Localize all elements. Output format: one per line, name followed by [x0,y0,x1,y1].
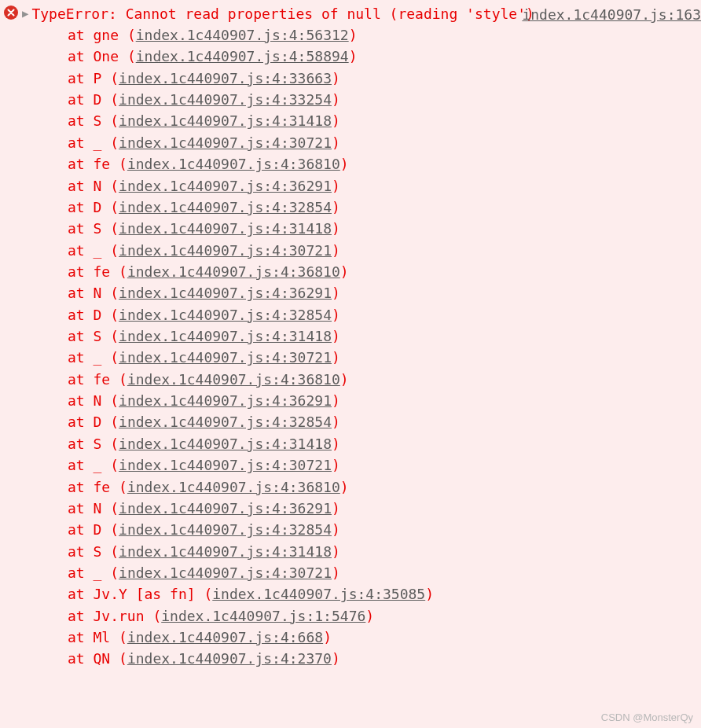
error-source-link[interactable]: index.1c440907.js:163 [522,6,701,23]
stack-source-link[interactable]: index.1c440907.js:4:32854 [119,521,332,538]
close-paren: ) [332,349,340,366]
stack-function-name: Jv.run [94,608,153,624]
stack-frame: at fe (index.1c440907.js:4:36810) [68,153,701,175]
stack-at-label: at [68,543,94,560]
stack-frame: at QN (index.1c440907.js:4:2370) [68,648,701,669]
error-message: TypeError: Cannot read properties of nul… [31,6,534,22]
open-paren: ( [110,242,119,259]
error-header: ▶ TypeError: Cannot read properties of n… [3,3,701,24]
stack-frame: at S (index.1c440907.js:4:31418) [68,433,701,454]
close-paren: ) [340,156,349,172]
close-paren: ) [332,392,340,409]
stack-source-link[interactable]: index.1c440907.js:4:30721 [119,349,332,366]
stack-frame: at D (index.1c440907.js:4:32854) [68,304,701,325]
open-paren: ( [110,392,119,409]
stack-at-label: at [68,436,94,452]
error-icon [3,5,19,20]
stack-source-link[interactable]: index.1c440907.js:4:32854 [119,307,332,323]
stack-at-label: at [68,307,94,323]
stack-source-link[interactable]: index.1c440907.js:4:33663 [119,70,332,86]
stack-at-label: at [68,586,94,602]
stack-source-link[interactable]: index.1c440907.js:4:33254 [119,91,332,108]
stack-frame: at N (index.1c440907.js:4:36291) [68,175,701,197]
open-paren: ( [110,307,119,323]
stack-source-link[interactable]: index.1c440907.js:4:36291 [119,285,332,301]
stack-source-link[interactable]: index.1c440907.js:4:31418 [119,112,332,129]
close-paren: ) [332,178,340,194]
stack-source-link[interactable]: index.1c440907.js:4:31418 [119,543,332,560]
open-paren: ( [110,178,119,194]
stack-frame: at Ml (index.1c440907.js:4:668) [68,627,701,648]
stack-function-name: N [94,178,111,194]
open-paren: ( [110,436,119,452]
stack-source-link[interactable]: index.1c440907.js:4:35085 [212,586,425,602]
stack-at-label: at [68,70,94,86]
stack-frame: at _ (index.1c440907.js:4:30721) [68,240,701,261]
close-paren: ) [332,91,340,108]
stack-source-link[interactable]: index.1c440907.js:4:30721 [119,564,332,581]
stack-source-link[interactable]: index.1c440907.js:4:30721 [119,134,332,151]
stack-source-link[interactable]: index.1c440907.js:4:31418 [119,436,332,452]
open-paren: ( [110,285,119,301]
close-paren: ) [323,629,332,645]
stack-source-link[interactable]: index.1c440907.js:4:36810 [127,156,340,172]
stack-function-name: gne [94,27,127,43]
stack-at-label: at [68,199,94,215]
stack-frame: at One (index.1c440907.js:4:58894) [68,46,701,67]
stack-source-link[interactable]: index.1c440907.js:4:36291 [119,392,332,409]
stack-at-label: at [68,285,94,301]
close-paren: ) [332,328,340,344]
stack-function-name: _ [94,134,111,151]
stack-source-link[interactable]: index.1c440907.js:4:31418 [119,328,332,344]
stack-at-label: at [68,392,94,409]
expand-triangle-icon[interactable]: ▶ [22,7,28,20]
close-paren: ) [332,307,340,323]
stack-function-name: S [94,112,111,129]
stack-at-label: at [68,242,94,259]
stack-function-name: S [94,543,111,560]
stack-source-link[interactable]: index.1c440907.js:1:5476 [161,608,365,624]
stack-source-link[interactable]: index.1c440907.js:4:36291 [119,178,332,194]
stack-frame: at Jv.run (index.1c440907.js:1:5476) [68,605,701,627]
close-paren: ) [332,285,340,301]
stack-function-name: D [94,91,111,108]
stack-at-label: at [68,27,94,43]
stack-source-link[interactable]: index.1c440907.js:4:58894 [136,48,349,64]
stack-at-label: at [68,48,94,64]
stack-function-name: P [94,70,111,86]
stack-frame: at fe (index.1c440907.js:4:36810) [68,261,701,282]
stack-source-link[interactable]: index.1c440907.js:4:668 [127,629,323,645]
stack-source-link[interactable]: index.1c440907.js:4:2370 [127,650,332,667]
stack-source-link[interactable]: index.1c440907.js:4:32854 [119,199,332,215]
stack-source-link[interactable]: index.1c440907.js:4:30721 [119,242,332,259]
stack-function-name: N [94,285,111,301]
stack-function-name: Jv.Y [as fn] [94,586,204,602]
open-paren: ( [110,521,119,538]
open-paren: ( [119,156,127,172]
stack-source-link[interactable]: index.1c440907.js:4:36291 [119,500,332,517]
open-paren: ( [110,414,119,430]
close-paren: ) [332,564,340,581]
close-paren: ) [332,242,340,259]
stack-at-label: at [68,608,94,624]
stack-frame: at S (index.1c440907.js:4:31418) [68,325,701,347]
stack-at-label: at [68,91,94,108]
stack-source-link[interactable]: index.1c440907.js:4:36810 [127,371,340,388]
stack-source-link[interactable]: index.1c440907.js:4:56312 [136,27,349,43]
stack-at-label: at [68,457,94,473]
stack-source-link[interactable]: index.1c440907.js:4:36810 [127,479,340,495]
open-paren: ( [110,134,119,151]
stack-frame: at S (index.1c440907.js:4:31418) [68,110,701,131]
stack-trace: at gne (index.1c440907.js:4:56312)at One… [3,24,701,670]
close-paren: ) [365,608,374,624]
open-paren: ( [110,564,119,581]
stack-source-link[interactable]: index.1c440907.js:4:32854 [119,414,332,430]
stack-source-link[interactable]: index.1c440907.js:4:30721 [119,457,332,473]
stack-at-label: at [68,650,94,667]
stack-source-link[interactable]: index.1c440907.js:4:31418 [119,220,332,237]
close-paren: ) [332,521,340,538]
close-paren: ) [349,48,358,64]
stack-function-name: D [94,521,111,538]
stack-source-link[interactable]: index.1c440907.js:4:36810 [127,263,340,280]
stack-function-name: S [94,328,111,344]
